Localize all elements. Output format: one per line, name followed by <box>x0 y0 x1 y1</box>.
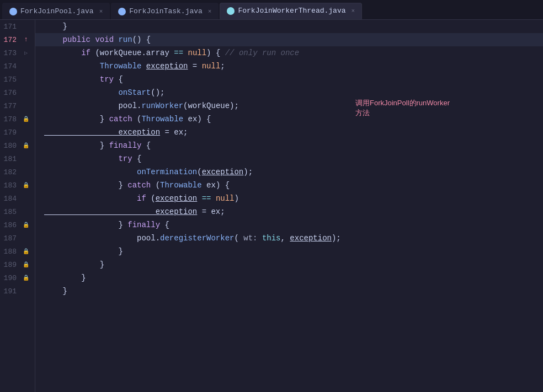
code-text: deregisterWorker <box>160 234 234 243</box>
lock-icon-180: 🔒 <box>23 142 29 149</box>
line-num-179: 179 <box>0 128 21 137</box>
gutter-icon-180: 🔒 <box>21 142 31 149</box>
gutter-icon-183: 🔒 <box>21 182 31 189</box>
code-text: workQueue <box>188 101 230 110</box>
code-text: } <box>44 115 109 123</box>
code-text: runWorker <box>141 101 183 110</box>
line-num-184: 184 <box>0 195 21 203</box>
bookmark-icon-173: ▷ <box>24 50 28 56</box>
tab-label-3: ForkJoinWorkerThread.java <box>238 7 345 15</box>
tab-label-1: ForkJoinPool.java <box>20 7 94 15</box>
code-text: finally <box>109 141 146 150</box>
code-text: = <box>160 128 174 137</box>
tab-forkjoinpool[interactable]: ForkJoinPool.java × <box>2 3 110 19</box>
code-text: { <box>137 154 141 163</box>
code-text: ( <box>197 168 201 176</box>
gutter-row-175: 175 <box>0 73 35 86</box>
code-text: exception <box>44 207 197 216</box>
line-num-173: 173 <box>0 49 21 57</box>
code-line-184: if (exception == null) <box>35 192 543 205</box>
code-text: == <box>202 194 216 203</box>
code-text: } <box>44 221 127 229</box>
code-text: onTermination <box>44 168 197 176</box>
tab-close-3[interactable]: × <box>352 8 355 14</box>
line-num-171: 171 <box>0 23 21 31</box>
lock-icon-188: 🔒 <box>23 248 29 255</box>
code-text-run: run <box>118 35 132 44</box>
gutter-icon-188: 🔒 <box>21 248 31 255</box>
gutter-row-172: 172 ↑ <box>0 33 35 46</box>
tab-close-2[interactable]: × <box>208 8 212 15</box>
code-text: ); <box>332 234 341 243</box>
code-text: pool <box>44 234 156 243</box>
code-text: { <box>146 141 151 150</box>
annotation-line177: 调用ForkJoinPoll的runWorker方法 <box>355 98 450 118</box>
code-line-175: try { <box>35 73 543 86</box>
gutter-row-185: 185 <box>0 205 35 218</box>
line-num-180: 180 <box>0 142 21 150</box>
line-num-188: 188 <box>0 248 21 256</box>
code-text: exception <box>156 194 198 203</box>
code-line-178: } catch (Throwable ex) { <box>35 112 543 126</box>
code-text: exception <box>202 168 244 176</box>
code-text: this <box>258 234 281 243</box>
code-text: exception <box>44 128 160 137</box>
code-text: ( <box>183 101 188 110</box>
gutter-row-188: 188 🔒 <box>0 245 35 258</box>
tab-bar: ForkJoinPool.java × ForkJoinTask.java × … <box>0 0 543 20</box>
gutter-row-191: 191 <box>0 284 35 298</box>
code-text: workQueue <box>100 49 142 57</box>
gutter-row-171: 171 <box>0 20 35 33</box>
lock-icon-186: 🔒 <box>23 222 29 228</box>
line-num-174: 174 <box>0 62 21 71</box>
code-line-172: public void run() { <box>35 33 543 46</box>
arrow-icon: ↑ <box>24 36 28 44</box>
code-text: pool <box>44 101 137 110</box>
code-text: { <box>164 221 169 229</box>
code-line-179: exception = ex; <box>35 126 543 139</box>
code-text: ); <box>230 101 239 110</box>
line-num-176: 176 <box>0 89 21 97</box>
code-text: try <box>44 154 137 163</box>
code-text <box>197 194 201 203</box>
code-text: array <box>146 49 174 57</box>
editor: 171 172 ↑ 173 ▷ 174 175 176 177 <box>0 20 543 392</box>
gutter-row-179: 179 <box>0 126 35 139</box>
line-num-181: 181 <box>0 155 21 163</box>
code-line-180: } finally { <box>35 139 543 152</box>
gutter-row-186: 186 🔒 <box>0 218 35 232</box>
line-num-190: 190 <box>0 274 21 282</box>
line-num-175: 175 <box>0 76 21 84</box>
code-text: null <box>188 49 207 57</box>
lock-icon-189: 🔒 <box>23 261 29 268</box>
code-line-187: pool.deregisterWorker( wt: this, excepti… <box>35 232 543 245</box>
tab-icon-1 <box>9 8 17 15</box>
line-gutter: 171 172 ↑ 173 ▷ 174 175 176 177 <box>0 20 35 392</box>
lock-icon-183: 🔒 <box>23 182 29 189</box>
tab-forkjoinworkerthread[interactable]: ForkJoinWorkerThread.java × <box>220 3 362 19</box>
gutter-row-176: 176 <box>0 86 35 99</box>
code-line-181: try { <box>35 152 543 165</box>
code-text: exception <box>146 62 188 71</box>
code-text: null <box>202 62 221 71</box>
code-text: == <box>174 49 188 57</box>
code-text: ) { <box>197 115 211 123</box>
code-text: ; <box>220 62 225 71</box>
code-text: ex <box>211 207 220 216</box>
code-text: ) { <box>206 49 225 57</box>
code-text: = <box>197 207 211 216</box>
tab-forkjointask[interactable]: ForkJoinTask.java × <box>111 3 219 19</box>
tab-close-1[interactable]: × <box>99 8 103 15</box>
code-text: Throwable <box>141 115 183 123</box>
code-text: ex <box>183 115 197 123</box>
gutter-icon-190: 🔒 <box>21 275 31 281</box>
code-line-186: } finally { <box>35 218 543 232</box>
tab-label-2: ForkJoinTask.java <box>129 7 203 15</box>
code-editor-content[interactable]: } public void run() { if (workQueue.arra… <box>35 20 543 392</box>
line-num-182: 182 <box>0 168 21 176</box>
code-text: ( <box>151 194 155 203</box>
gutter-row-177: 177 <box>0 99 35 112</box>
line-num-185: 185 <box>0 208 21 216</box>
code-line-174: Throwable exception = null; <box>35 60 543 73</box>
code-text: ex <box>174 128 183 137</box>
